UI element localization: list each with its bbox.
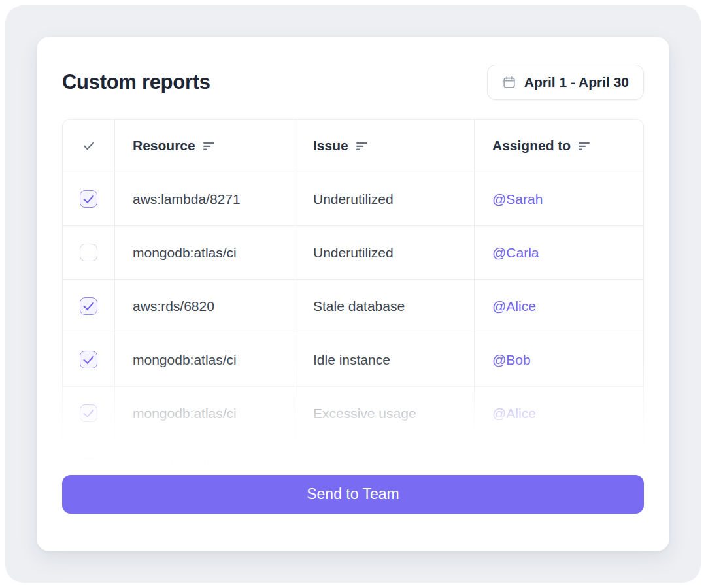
- row-checkbox[interactable]: [80, 244, 97, 261]
- sort-icon: [579, 142, 591, 151]
- table-row: aws:lambda/8271 Underutilized @Sarah: [63, 172, 643, 225]
- row-checkbox[interactable]: [80, 190, 97, 208]
- assigned-mention[interactable]: @Alice: [475, 387, 643, 440]
- row-checkbox[interactable]: [80, 458, 97, 465]
- header-issue-label: Issue: [313, 138, 348, 154]
- assigned-mention[interactable]: @Sarah: [475, 172, 643, 225]
- resource-cell: aws:rds/8168: [115, 440, 295, 465]
- table-row: mongodb:atlas/ci Underutilized @Carla: [63, 225, 643, 279]
- header-assigned[interactable]: Assigned to: [475, 120, 643, 172]
- sort-icon: [356, 142, 369, 151]
- issue-cell: Underutilized: [295, 226, 475, 279]
- header-assigned-label: Assigned to: [492, 138, 571, 154]
- row-checkbox[interactable]: [80, 351, 97, 368]
- issue-cell: Excessive usage: [295, 387, 475, 440]
- issue-cell: Idle instance: [295, 440, 475, 465]
- issue-cell: Underutilized: [295, 172, 475, 225]
- assigned-mention[interactable]: @Alice: [475, 280, 643, 333]
- row-checkbox[interactable]: [80, 297, 97, 315]
- date-range-label: April 1 - April 30: [524, 74, 629, 90]
- date-range-button[interactable]: April 1 - April 30: [487, 65, 644, 100]
- send-to-team-button[interactable]: Send to Team: [62, 475, 644, 514]
- resource-cell: mongodb:atlas/ci: [115, 387, 295, 440]
- issue-cell: Idle instance: [295, 333, 475, 386]
- table-row: mongodb:atlas/ci Excessive usage @Alice: [63, 386, 643, 440]
- assigned-mention[interactable]: @Bob: [475, 333, 643, 386]
- card-header: Custom reports April 1 - April 30: [62, 37, 644, 101]
- header-issue[interactable]: Issue: [295, 120, 475, 172]
- issue-cell: Stale database: [295, 280, 475, 333]
- sort-icon: [203, 142, 216, 151]
- header-resource-label: Resource: [133, 138, 195, 154]
- resource-cell: aws:rds/6820: [115, 280, 295, 333]
- check-icon: [82, 140, 95, 151]
- reports-table: Resource Issue Assigne: [62, 119, 644, 465]
- table-row: aws:rds/8168 Idle instance @Sarah: [63, 440, 643, 465]
- table-header-row: Resource Issue Assigne: [63, 120, 643, 172]
- calendar-icon: [502, 75, 516, 90]
- page-title: Custom reports: [62, 71, 210, 94]
- custom-reports-card: Custom reports April 1 - April 30: [37, 37, 669, 551]
- table-row: mongodb:atlas/ci Idle instance @Bob: [63, 333, 643, 386]
- assigned-mention[interactable]: @Sarah: [475, 440, 643, 465]
- table-row: aws:rds/6820 Stale database @Alice: [63, 279, 643, 333]
- resource-cell: mongodb:atlas/ci: [115, 226, 295, 279]
- header-resource[interactable]: Resource: [115, 120, 295, 172]
- row-checkbox[interactable]: [80, 404, 97, 422]
- resource-cell: mongodb:atlas/ci: [115, 333, 295, 386]
- resource-cell: aws:lambda/8271: [115, 172, 295, 225]
- assigned-mention[interactable]: @Carla: [475, 226, 643, 279]
- header-select-all[interactable]: [63, 120, 115, 172]
